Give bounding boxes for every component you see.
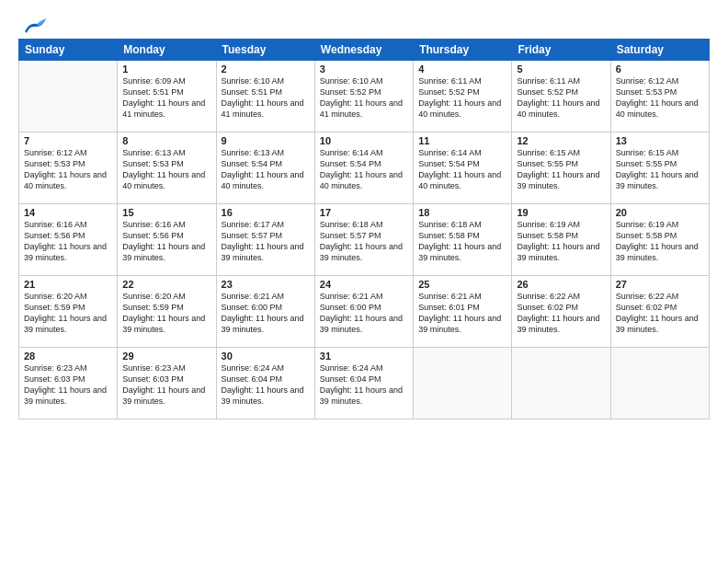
day-info: Sunrise: 6:11 AMSunset: 5:52 PMDaylight:… <box>418 75 506 121</box>
col-saturday: Saturday <box>610 40 709 61</box>
day-info: Sunrise: 6:16 AMSunset: 5:56 PMDaylight:… <box>24 219 112 264</box>
day-number: 12 <box>517 135 605 146</box>
calendar-cell: 31Sunrise: 6:24 AMSunset: 6:04 PMDayligh… <box>314 348 413 419</box>
day-info: Sunrise: 6:23 AMSunset: 6:03 PMDaylight:… <box>122 362 210 408</box>
day-info: Sunrise: 6:17 AMSunset: 5:57 PMDaylight:… <box>222 219 310 264</box>
calendar-cell: 19Sunrise: 6:19 AMSunset: 5:58 PMDayligh… <box>512 204 610 276</box>
day-info: Sunrise: 6:14 AMSunset: 5:54 PMDaylight:… <box>320 147 408 192</box>
calendar-cell: 16Sunrise: 6:17 AMSunset: 5:57 PMDayligh… <box>216 204 314 276</box>
calendar-cell: 2Sunrise: 6:10 AMSunset: 5:51 PMDaylight… <box>216 61 314 132</box>
calendar-week-row: 28Sunrise: 6:23 AMSunset: 6:03 PMDayligh… <box>19 348 710 419</box>
day-number: 11 <box>418 135 506 146</box>
day-info: Sunrise: 6:23 AMSunset: 6:03 PMDaylight:… <box>24 362 112 408</box>
calendar-cell: 20Sunrise: 6:19 AMSunset: 5:58 PMDayligh… <box>610 204 709 276</box>
day-number: 7 <box>24 135 112 146</box>
calendar-table: Sunday Monday Tuesday Wednesday Thursday… <box>18 39 710 419</box>
day-number: 30 <box>222 350 310 362</box>
day-number: 28 <box>24 350 112 362</box>
day-number: 21 <box>24 279 112 290</box>
day-number: 3 <box>320 63 408 75</box>
col-sunday: Sunday <box>19 40 118 61</box>
calendar-cell: 23Sunrise: 6:21 AMSunset: 6:00 PMDayligh… <box>216 276 314 348</box>
col-friday: Friday <box>512 40 610 61</box>
day-number: 9 <box>222 135 310 146</box>
day-info: Sunrise: 6:21 AMSunset: 6:01 PMDaylight:… <box>418 291 506 336</box>
calendar-cell: 8Sunrise: 6:13 AMSunset: 5:53 PMDaylight… <box>118 132 216 204</box>
calendar-week-row: 21Sunrise: 6:20 AMSunset: 5:59 PMDayligh… <box>19 276 710 348</box>
day-number: 1 <box>122 63 210 75</box>
day-info: Sunrise: 6:16 AMSunset: 5:56 PMDaylight:… <box>122 219 210 264</box>
calendar-cell <box>19 61 118 132</box>
calendar-cell: 25Sunrise: 6:21 AMSunset: 6:01 PMDayligh… <box>414 276 512 348</box>
logo-bird-icon <box>20 15 48 35</box>
calendar-week-row: 1Sunrise: 6:09 AMSunset: 5:51 PMDaylight… <box>19 61 710 132</box>
day-info: Sunrise: 6:12 AMSunset: 5:53 PMDaylight:… <box>24 147 112 192</box>
calendar-cell: 21Sunrise: 6:20 AMSunset: 5:59 PMDayligh… <box>19 276 118 348</box>
day-number: 15 <box>122 207 210 218</box>
day-info: Sunrise: 6:21 AMSunset: 6:00 PMDaylight:… <box>222 291 310 336</box>
day-number: 13 <box>616 135 704 146</box>
col-tuesday: Tuesday <box>216 40 314 61</box>
logo <box>18 15 48 31</box>
day-number: 23 <box>222 279 310 290</box>
calendar-cell: 24Sunrise: 6:21 AMSunset: 6:00 PMDayligh… <box>314 276 413 348</box>
col-wednesday: Wednesday <box>314 40 413 61</box>
calendar-cell: 27Sunrise: 6:22 AMSunset: 6:02 PMDayligh… <box>610 276 709 348</box>
page-header <box>18 15 710 31</box>
calendar-cell: 30Sunrise: 6:24 AMSunset: 6:04 PMDayligh… <box>216 348 314 419</box>
calendar-cell: 4Sunrise: 6:11 AMSunset: 5:52 PMDaylight… <box>414 61 512 132</box>
day-number: 5 <box>517 63 605 75</box>
day-info: Sunrise: 6:20 AMSunset: 5:59 PMDaylight:… <box>122 291 210 336</box>
calendar-cell: 10Sunrise: 6:14 AMSunset: 5:54 PMDayligh… <box>314 132 413 204</box>
day-number: 6 <box>616 63 704 75</box>
calendar-cell <box>512 348 610 419</box>
calendar-cell: 15Sunrise: 6:16 AMSunset: 5:56 PMDayligh… <box>118 204 216 276</box>
calendar-cell: 28Sunrise: 6:23 AMSunset: 6:03 PMDayligh… <box>19 348 118 419</box>
day-number: 10 <box>320 135 408 146</box>
page-container: Sunday Monday Tuesday Wednesday Thursday… <box>0 0 728 429</box>
col-monday: Monday <box>118 40 216 61</box>
day-info: Sunrise: 6:18 AMSunset: 5:58 PMDaylight:… <box>418 219 506 264</box>
day-info: Sunrise: 6:21 AMSunset: 6:00 PMDaylight:… <box>320 291 408 336</box>
calendar-cell: 22Sunrise: 6:20 AMSunset: 5:59 PMDayligh… <box>118 276 216 348</box>
day-info: Sunrise: 6:09 AMSunset: 5:51 PMDaylight:… <box>122 75 210 121</box>
calendar-cell: 6Sunrise: 6:12 AMSunset: 5:53 PMDaylight… <box>610 61 709 132</box>
day-info: Sunrise: 6:19 AMSunset: 5:58 PMDaylight:… <box>517 219 605 264</box>
day-number: 29 <box>122 350 210 362</box>
day-number: 14 <box>24 207 112 218</box>
day-number: 25 <box>418 279 506 290</box>
day-number: 2 <box>222 63 310 75</box>
calendar-cell: 14Sunrise: 6:16 AMSunset: 5:56 PMDayligh… <box>19 204 118 276</box>
day-number: 24 <box>320 279 408 290</box>
calendar-cell: 9Sunrise: 6:13 AMSunset: 5:54 PMDaylight… <box>216 132 314 204</box>
calendar-week-row: 7Sunrise: 6:12 AMSunset: 5:53 PMDaylight… <box>19 132 710 204</box>
day-info: Sunrise: 6:22 AMSunset: 6:02 PMDaylight:… <box>517 291 605 336</box>
day-number: 27 <box>616 279 704 290</box>
calendar-cell: 7Sunrise: 6:12 AMSunset: 5:53 PMDaylight… <box>19 132 118 204</box>
day-number: 20 <box>616 207 704 218</box>
day-number: 4 <box>418 63 506 75</box>
day-info: Sunrise: 6:24 AMSunset: 6:04 PMDaylight:… <box>222 362 310 408</box>
day-info: Sunrise: 6:12 AMSunset: 5:53 PMDaylight:… <box>616 75 704 121</box>
calendar-cell: 12Sunrise: 6:15 AMSunset: 5:55 PMDayligh… <box>512 132 610 204</box>
day-number: 19 <box>517 207 605 218</box>
col-thursday: Thursday <box>414 40 512 61</box>
day-info: Sunrise: 6:10 AMSunset: 5:52 PMDaylight:… <box>320 75 408 121</box>
day-info: Sunrise: 6:13 AMSunset: 5:53 PMDaylight:… <box>122 147 210 192</box>
calendar-cell: 18Sunrise: 6:18 AMSunset: 5:58 PMDayligh… <box>414 204 512 276</box>
day-info: Sunrise: 6:11 AMSunset: 5:52 PMDaylight:… <box>517 75 605 121</box>
day-info: Sunrise: 6:13 AMSunset: 5:54 PMDaylight:… <box>222 147 310 192</box>
calendar-cell: 26Sunrise: 6:22 AMSunset: 6:02 PMDayligh… <box>512 276 610 348</box>
calendar-cell: 1Sunrise: 6:09 AMSunset: 5:51 PMDaylight… <box>118 61 216 132</box>
day-info: Sunrise: 6:10 AMSunset: 5:51 PMDaylight:… <box>222 75 310 121</box>
calendar-cell: 29Sunrise: 6:23 AMSunset: 6:03 PMDayligh… <box>118 348 216 419</box>
day-info: Sunrise: 6:22 AMSunset: 6:02 PMDaylight:… <box>616 291 704 336</box>
day-info: Sunrise: 6:15 AMSunset: 5:55 PMDaylight:… <box>616 147 704 192</box>
day-number: 22 <box>122 279 210 290</box>
calendar-cell: 17Sunrise: 6:18 AMSunset: 5:57 PMDayligh… <box>314 204 413 276</box>
day-number: 18 <box>418 207 506 218</box>
calendar-header-row: Sunday Monday Tuesday Wednesday Thursday… <box>19 40 710 61</box>
calendar-cell: 3Sunrise: 6:10 AMSunset: 5:52 PMDaylight… <box>314 61 413 132</box>
calendar-cell: 11Sunrise: 6:14 AMSunset: 5:54 PMDayligh… <box>414 132 512 204</box>
calendar-cell <box>414 348 512 419</box>
